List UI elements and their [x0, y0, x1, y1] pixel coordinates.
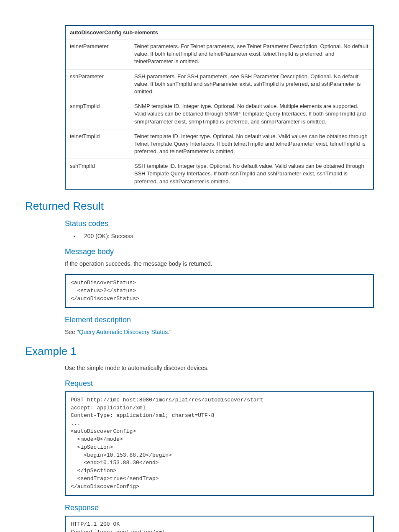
table-row: sshParameter SSH parameters. For SSH par…: [65, 69, 373, 99]
sub-elements-table: autoDiscoverConfig sub-elements telnetPa…: [65, 25, 374, 190]
param-desc: Telnet template ID. Integer type. Option…: [130, 129, 373, 159]
heading-status-codes: Status codes: [65, 219, 374, 228]
heading-example-1: Example 1: [25, 345, 374, 358]
param-desc: Telnet parameters. For Telnet parameters…: [130, 39, 373, 69]
heading-message-body: Message body: [65, 247, 374, 256]
param-name: snmpTmplId: [65, 99, 130, 129]
message-body-text: If the operation succeeds, the message b…: [65, 260, 374, 268]
table-row: telnetParameter Telnet parameters. For T…: [65, 39, 373, 69]
heading-request: Request: [65, 379, 374, 388]
heading-response: Response: [65, 504, 374, 512]
param-desc: SSH parameters. For SSH parameters, see …: [130, 69, 373, 99]
heading-returned-result: Returned Result: [25, 200, 374, 213]
param-name: sshParameter: [65, 69, 130, 99]
example-1-text: Use the simple mode to automatically dis…: [65, 364, 374, 373]
code-message-body: <autoDiscoverStatus> <status>2</status> …: [65, 274, 374, 308]
table-header: autoDiscoverConfig sub-elements: [65, 26, 373, 39]
code-request: POST http://imc_host:8080/imcrs/plat/res…: [65, 391, 374, 496]
param-name: sshTmplId: [65, 159, 130, 189]
param-desc: SNMP template ID. Integer type. Optional…: [130, 99, 373, 129]
status-codes-list: 200 (OK): Success.: [65, 231, 374, 241]
table-row: sshTmplId SSH template ID. Integer type.…: [65, 159, 373, 189]
element-description-text: See "Query Automatic Discovery Status.": [65, 328, 374, 337]
table-row: telnetTmplId Telnet template ID. Integer…: [65, 129, 373, 159]
param-name: telnetTmplId: [65, 129, 130, 159]
param-desc: SSH template ID. Integer type. Optional.…: [130, 159, 373, 189]
table-row: snmpTmplId SNMP template ID. Integer typ…: [65, 99, 373, 129]
param-name: telnetParameter: [65, 39, 130, 69]
heading-element-description: Element description: [65, 316, 374, 324]
code-response: HTTP/1.1 200 OK Content-Type: applicatio…: [65, 516, 374, 532]
link-query-auto-discovery[interactable]: Query Automatic Discovery Status: [79, 329, 168, 335]
status-code-item: 200 (OK): Success.: [80, 231, 374, 241]
